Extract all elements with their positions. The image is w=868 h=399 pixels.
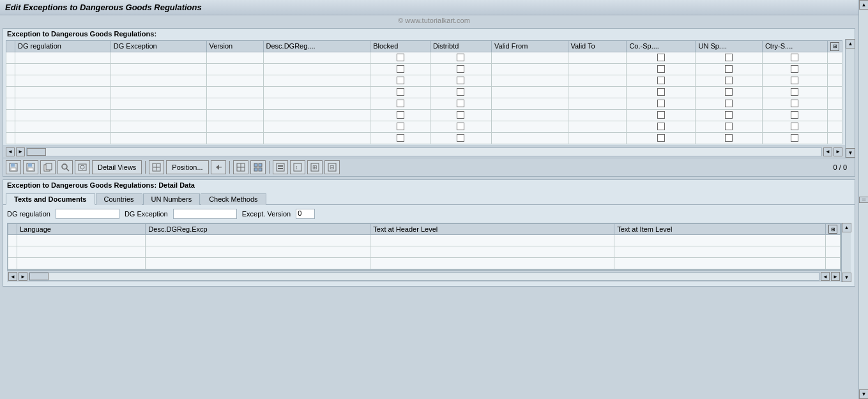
- checkbox[interactable]: [725, 134, 733, 142]
- checkbox[interactable]: [457, 88, 464, 96]
- checkbox[interactable]: [791, 88, 798, 96]
- table-row: [6, 98, 842, 109]
- multi4-button[interactable]: ⊟: [324, 160, 340, 174]
- detail-col-language: Language: [17, 223, 146, 235]
- checkbox[interactable]: [657, 134, 665, 142]
- checkbox[interactable]: [725, 111, 733, 119]
- splitter-handle[interactable]: ═: [859, 197, 868, 203]
- multi2-button[interactable]: ↕: [290, 160, 305, 174]
- checkbox[interactable]: [657, 77, 665, 84]
- page-scroll-down[interactable]: ▼: [859, 389, 868, 399]
- exceptions-table: DG regulation DG Exception Version Desc.…: [6, 40, 842, 144]
- checkbox[interactable]: [657, 88, 665, 96]
- detail-col-config[interactable]: ⊞: [826, 223, 841, 235]
- h-scroll-right-btn[interactable]: ►: [16, 147, 25, 156]
- detail-h-scroll-right[interactable]: ►: [19, 272, 27, 281]
- checkbox-blocked[interactable]: [397, 54, 404, 61]
- save-button[interactable]: [6, 160, 21, 174]
- position-icon-button[interactable]: [149, 160, 164, 174]
- checkbox[interactable]: [397, 111, 404, 119]
- page-scroll-up[interactable]: ▲: [859, 0, 868, 10]
- checkbox[interactable]: [725, 100, 733, 107]
- position-button[interactable]: Position...: [166, 160, 208, 174]
- v-scroll-down-btn[interactable]: ▼: [846, 148, 855, 158]
- detail-v-scroll-down[interactable]: ▼: [842, 273, 851, 282]
- table-config-icon[interactable]: ⊞: [830, 42, 839, 51]
- checkbox[interactable]: [397, 100, 404, 107]
- checkbox[interactable]: [657, 65, 665, 73]
- detail-h-scroll-left[interactable]: ◄: [8, 272, 17, 281]
- grid2-button[interactable]: [250, 160, 266, 174]
- save2-button[interactable]: [23, 160, 38, 174]
- checkbox[interactable]: [791, 111, 798, 119]
- col-valid-from: Valid From: [492, 41, 568, 52]
- svg-text:↕: ↕: [295, 164, 298, 170]
- checkbox[interactable]: [397, 134, 404, 142]
- detail-views-button[interactable]: Detail Views: [92, 160, 142, 174]
- detail-v-scroll-up[interactable]: ▲: [842, 223, 851, 232]
- top-toolbar: Detail Views Position...: [3, 158, 855, 176]
- checkbox[interactable]: [397, 65, 404, 73]
- transfer-button[interactable]: [211, 160, 226, 174]
- checkbox[interactable]: [725, 88, 733, 96]
- cell-empty: [828, 52, 842, 63]
- checkbox[interactable]: [657, 111, 665, 119]
- watermark: © www.tutorialkart.com: [0, 15, 868, 26]
- grid1-button[interactable]: [233, 160, 248, 174]
- svg-rect-5: [28, 168, 33, 170]
- checkbox[interactable]: [791, 100, 798, 107]
- tab-check-methods[interactable]: Check Methods: [201, 193, 266, 205]
- checkbox[interactable]: [457, 77, 464, 84]
- detail-config-icon[interactable]: ⊞: [828, 225, 837, 234]
- tab-un-numbers[interactable]: UN Numbers: [143, 193, 201, 205]
- bottom-panel-title: Exception to Dangerous Goods Regulations…: [3, 180, 855, 190]
- checkbox[interactable]: [791, 65, 798, 73]
- checkbox[interactable]: [457, 134, 464, 142]
- dg-exception-input[interactable]: [173, 209, 237, 219]
- multi3-button[interactable]: ⊞: [307, 160, 323, 174]
- checkbox-co-sp[interactable]: [657, 54, 665, 61]
- svg-rect-21: [259, 163, 262, 167]
- col-config-icon[interactable]: ⊞: [828, 41, 842, 52]
- field-row: DG regulation DG Exception Except. Versi…: [7, 209, 851, 219]
- detail-col-desc: Desc.DGReg.Excp: [146, 223, 370, 235]
- checkbox[interactable]: [791, 123, 798, 130]
- multi1-button[interactable]: [273, 160, 288, 174]
- checkbox[interactable]: [791, 134, 798, 142]
- checkbox-distribtd[interactable]: [457, 54, 464, 61]
- svg-text:⊟: ⊟: [330, 164, 335, 170]
- dg-regulation-input[interactable]: [56, 209, 119, 219]
- checkbox[interactable]: [657, 100, 665, 107]
- col-valid-to: Valid To: [568, 41, 627, 52]
- checkbox[interactable]: [457, 111, 464, 119]
- detail-h-scroll-track[interactable]: [29, 272, 819, 281]
- checkbox[interactable]: [397, 88, 404, 96]
- search2-button[interactable]: [75, 160, 90, 174]
- top-panel-title: Exception to Dangerous Goods Regulations…: [3, 29, 855, 39]
- h-scroll-end-left[interactable]: ◄: [823, 147, 832, 156]
- search-button[interactable]: [57, 160, 73, 174]
- h-scroll-end-right[interactable]: ►: [834, 147, 842, 156]
- v-scroll-up-btn[interactable]: ▲: [846, 39, 855, 49]
- copy-button[interactable]: [40, 160, 56, 174]
- checkbox[interactable]: [397, 77, 404, 84]
- checkbox[interactable]: [457, 123, 464, 130]
- detail-table-row: [8, 258, 841, 269]
- checkbox[interactable]: [457, 65, 464, 73]
- checkbox[interactable]: [791, 77, 798, 84]
- tab-texts-documents[interactable]: Texts and Documents: [6, 193, 95, 205]
- checkbox[interactable]: [725, 123, 733, 130]
- checkbox[interactable]: [725, 77, 733, 84]
- checkbox[interactable]: [725, 65, 733, 73]
- h-scroll-left-btn[interactable]: ◄: [6, 147, 15, 156]
- checkbox[interactable]: [657, 123, 665, 130]
- checkbox-un-sp[interactable]: [725, 54, 733, 61]
- checkbox-ctry-s[interactable]: [791, 54, 798, 61]
- tab-countries[interactable]: Countries: [96, 193, 142, 205]
- detail-h-scroll-end-right[interactable]: ►: [831, 272, 840, 281]
- col-dg-regulation: DG regulation: [15, 41, 111, 52]
- detail-h-scroll-end-left[interactable]: ◄: [821, 272, 830, 281]
- checkbox[interactable]: [397, 123, 404, 130]
- svg-rect-7: [46, 163, 52, 170]
- checkbox[interactable]: [457, 100, 464, 107]
